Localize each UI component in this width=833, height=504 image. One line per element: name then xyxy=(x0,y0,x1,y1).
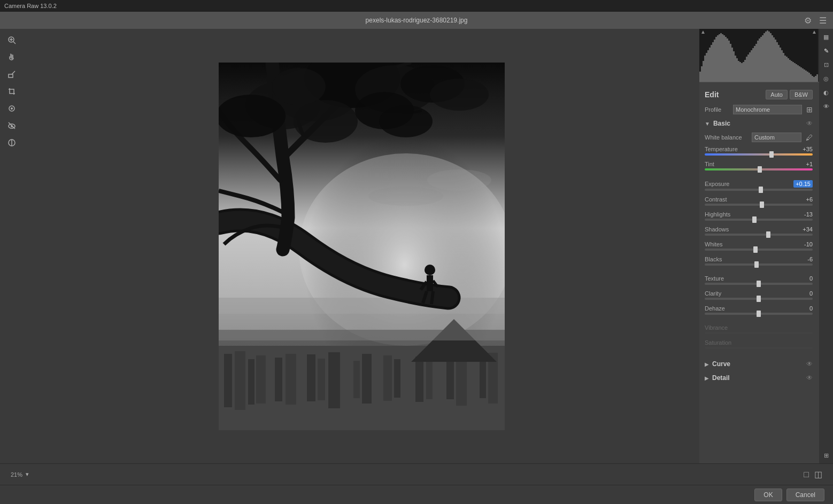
hand-tool[interactable] xyxy=(4,50,20,64)
detail-section-header[interactable]: ▶ Detail 👁 xyxy=(699,371,818,385)
hist-arrow-right[interactable]: ▲ xyxy=(812,29,817,35)
crop-tool[interactable] xyxy=(4,84,20,98)
highlights-track[interactable] xyxy=(705,219,813,221)
svg-rect-66 xyxy=(706,53,707,82)
vibrance-track xyxy=(705,332,813,334)
curve-section-header[interactable]: ▶ Curve 👁 xyxy=(699,357,818,371)
vibrance-label: Vibrance xyxy=(705,324,728,331)
svg-rect-128 xyxy=(805,71,807,82)
svg-rect-79 xyxy=(727,38,728,82)
basic-section-header[interactable]: ▼ Basic 👁 xyxy=(699,117,818,130)
dehaze-thumb[interactable] xyxy=(757,311,761,317)
svg-rect-95 xyxy=(752,48,754,82)
svg-line-1 xyxy=(13,42,16,44)
auto-button[interactable]: Auto xyxy=(766,90,788,99)
heal-tool[interactable] xyxy=(4,102,20,115)
svg-rect-111 xyxy=(778,45,780,82)
headerbar: pexels-lukas-rodriguez-3680219.jpg ⚙ ☰ xyxy=(0,12,833,29)
clarity-thumb[interactable] xyxy=(757,296,761,302)
mask-right-icon[interactable]: ◐ xyxy=(820,87,832,98)
highlights-thumb[interactable] xyxy=(752,216,757,223)
zoom-dropdown-arrow[interactable]: ▾ xyxy=(26,471,29,478)
settings-icon[interactable]: ⚙ xyxy=(804,15,812,26)
tint-thumb[interactable] xyxy=(758,166,762,173)
exposure-track[interactable] xyxy=(705,189,813,191)
zoom-control[interactable]: 21% ▾ xyxy=(11,471,29,478)
wb-select[interactable]: Custom As Shot Auto Daylight Cloudy Shad… xyxy=(752,133,801,142)
hist-arrow-left[interactable]: ▲ xyxy=(700,29,706,35)
blacks-value: -6 xyxy=(794,256,813,262)
basic-section-name: Basic xyxy=(713,120,803,127)
svg-point-54 xyxy=(272,68,326,105)
svg-rect-84 xyxy=(735,56,736,82)
contrast-value: +6 xyxy=(794,196,813,203)
svg-rect-94 xyxy=(751,50,752,82)
svg-rect-127 xyxy=(804,69,805,82)
highlights-value: -13 xyxy=(794,211,813,218)
edit-panel[interactable]: Edit Auto B&W Profile Monochrome ⊞ ▼ Bas… xyxy=(699,82,833,463)
svg-rect-20 xyxy=(268,362,273,402)
svg-rect-45 xyxy=(219,298,505,314)
mask-tool[interactable] xyxy=(4,136,20,150)
svg-rect-119 xyxy=(791,61,792,82)
svg-rect-102 xyxy=(763,33,765,82)
contrast-thumb[interactable] xyxy=(760,201,764,208)
blacks-track[interactable] xyxy=(705,263,813,266)
shadows-track[interactable] xyxy=(705,234,813,236)
blacks-thumb[interactable] xyxy=(754,261,759,268)
bw-button[interactable]: B&W xyxy=(790,90,813,99)
profile-select[interactable]: Monochrome xyxy=(733,105,802,114)
contrast-track[interactable] xyxy=(705,204,813,206)
wb-eyedropper[interactable]: 🖊 xyxy=(806,134,813,142)
svg-rect-134 xyxy=(815,76,816,82)
ok-button[interactable]: OK xyxy=(754,489,782,501)
svg-rect-31 xyxy=(383,355,392,401)
menu-icon[interactable]: ☰ xyxy=(819,15,827,26)
redeye-tool[interactable] xyxy=(4,119,20,133)
temperature-track[interactable] xyxy=(705,153,813,156)
cancel-button[interactable]: Cancel xyxy=(786,489,824,501)
texture-value: 0 xyxy=(794,275,813,282)
detail-section-eye[interactable]: 👁 xyxy=(806,374,813,382)
exposure-value[interactable]: +0.15 xyxy=(793,180,813,188)
clarity-track[interactable] xyxy=(705,298,813,300)
svg-point-55 xyxy=(430,79,489,111)
curve-section-eye[interactable]: 👁 xyxy=(806,360,813,368)
profile-grid-icon[interactable]: ⊞ xyxy=(806,105,813,114)
svg-rect-27 xyxy=(343,356,351,402)
detail-section-name: Detail xyxy=(712,374,803,382)
whites-thumb[interactable] xyxy=(753,246,758,253)
svg-rect-37 xyxy=(446,358,454,399)
crop-right-icon[interactable]: ⊡ xyxy=(820,59,832,71)
basic-collapse-arrow: ▼ xyxy=(705,121,710,127)
svg-rect-64 xyxy=(703,61,704,82)
zoom-tool[interactable] xyxy=(4,33,20,47)
basic-section-eye[interactable]: 👁 xyxy=(806,120,813,127)
texture-thumb[interactable] xyxy=(757,281,761,287)
exposure-thumb[interactable] xyxy=(759,187,763,193)
svg-rect-117 xyxy=(788,58,789,82)
svg-rect-103 xyxy=(765,32,767,82)
dehaze-track[interactable] xyxy=(705,313,813,315)
svg-rect-35 xyxy=(426,361,433,399)
histogram-toggle[interactable]: ▦ xyxy=(820,31,832,43)
tint-track[interactable] xyxy=(705,168,813,170)
split-view-icon[interactable]: ◫ xyxy=(814,469,822,479)
edit-tool-icon[interactable]: ✎ xyxy=(820,45,832,57)
shadows-thumb[interactable] xyxy=(766,231,770,238)
temperature-thumb[interactable] xyxy=(769,151,774,158)
texture-track[interactable] xyxy=(705,283,813,285)
svg-rect-21 xyxy=(275,358,282,401)
heal-right-icon[interactable]: ◎ xyxy=(820,73,832,84)
sample-tool[interactable] xyxy=(4,67,20,81)
grid-right-icon[interactable]: ⊞ xyxy=(820,449,832,461)
eye-right-icon[interactable]: 👁 xyxy=(820,100,832,112)
contrast-label: Contrast xyxy=(705,196,727,203)
svg-point-57 xyxy=(425,265,435,275)
canvas-area[interactable] xyxy=(24,29,699,463)
right-panel: ▲ ▲ Edit Auto B&W Profile Monochrome ⊞ xyxy=(699,29,833,463)
svg-rect-89 xyxy=(743,62,744,82)
single-view-icon[interactable]: □ xyxy=(804,470,809,479)
svg-rect-121 xyxy=(794,63,796,82)
whites-track[interactable] xyxy=(705,249,813,251)
